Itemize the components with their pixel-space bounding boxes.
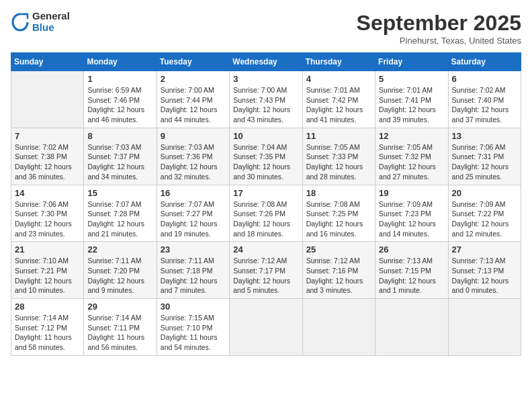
calendar-week-5: 28Sunrise: 7:14 AM Sunset: 7:12 PM Dayli… <box>11 299 521 356</box>
calendar-cell <box>230 299 302 356</box>
day-info: Sunrise: 7:14 AM Sunset: 7:11 PM Dayligh… <box>87 313 152 353</box>
calendar-cell: 7Sunrise: 7:02 AM Sunset: 7:38 PM Daylig… <box>11 128 84 185</box>
calendar-week-4: 21Sunrise: 7:10 AM Sunset: 7:21 PM Dayli… <box>11 242 521 299</box>
logo-icon <box>11 13 30 32</box>
day-info: Sunrise: 7:08 AM Sunset: 7:25 PM Dayligh… <box>306 199 371 239</box>
header-saturday: Saturday <box>448 53 521 71</box>
logo-text: General Blue <box>32 11 70 33</box>
header-monday: Monday <box>84 53 157 71</box>
day-number: 16 <box>161 188 226 198</box>
day-number: 13 <box>452 131 517 141</box>
logo-blue: Blue <box>32 22 70 34</box>
calendar-cell: 2Sunrise: 7:00 AM Sunset: 7:44 PM Daylig… <box>157 71 229 128</box>
calendar-cell: 20Sunrise: 7:09 AM Sunset: 7:22 PM Dayli… <box>448 185 521 242</box>
day-info: Sunrise: 7:02 AM Sunset: 7:40 PM Dayligh… <box>452 85 517 125</box>
header-thursday: Thursday <box>302 53 375 71</box>
calendar-cell: 25Sunrise: 7:12 AM Sunset: 7:16 PM Dayli… <box>302 242 375 299</box>
header-wednesday: Wednesday <box>230 53 302 71</box>
calendar-cell: 27Sunrise: 7:13 AM Sunset: 7:13 PM Dayli… <box>448 242 521 299</box>
day-info: Sunrise: 7:00 AM Sunset: 7:44 PM Dayligh… <box>161 85 226 125</box>
day-info: Sunrise: 7:11 AM Sunset: 7:18 PM Dayligh… <box>161 256 226 295</box>
header-sunday: Sunday <box>11 53 84 71</box>
calendar-cell: 19Sunrise: 7:09 AM Sunset: 7:23 PM Dayli… <box>375 185 448 242</box>
calendar-cell: 11Sunrise: 7:05 AM Sunset: 7:33 PM Dayli… <box>302 128 375 185</box>
day-number: 4 <box>306 74 371 84</box>
day-number: 25 <box>306 244 371 255</box>
day-number: 5 <box>379 74 444 84</box>
day-number: 12 <box>379 131 444 141</box>
calendar-cell: 6Sunrise: 7:02 AM Sunset: 7:40 PM Daylig… <box>448 71 521 128</box>
day-info: Sunrise: 7:06 AM Sunset: 7:30 PM Dayligh… <box>15 199 80 239</box>
day-info: Sunrise: 7:02 AM Sunset: 7:38 PM Dayligh… <box>15 142 80 182</box>
day-number: 9 <box>161 131 226 141</box>
day-info: Sunrise: 7:11 AM Sunset: 7:20 PM Dayligh… <box>87 256 152 295</box>
calendar-cell: 24Sunrise: 7:12 AM Sunset: 7:17 PM Dayli… <box>230 242 302 299</box>
calendar-header-row: SundayMondayTuesdayWednesdayThursdayFrid… <box>11 53 521 71</box>
calendar-cell: 23Sunrise: 7:11 AM Sunset: 7:18 PM Dayli… <box>157 242 229 299</box>
day-info: Sunrise: 7:00 AM Sunset: 7:43 PM Dayligh… <box>233 85 298 125</box>
calendar-cell: 17Sunrise: 7:08 AM Sunset: 7:26 PM Dayli… <box>230 185 302 242</box>
header-tuesday: Tuesday <box>157 53 229 71</box>
calendar-table: SundayMondayTuesdayWednesdayThursdayFrid… <box>11 52 521 356</box>
day-number: 10 <box>233 131 298 141</box>
day-info: Sunrise: 7:12 AM Sunset: 7:16 PM Dayligh… <box>306 256 371 295</box>
day-info: Sunrise: 7:15 AM Sunset: 7:10 PM Dayligh… <box>161 313 226 353</box>
calendar-cell: 29Sunrise: 7:14 AM Sunset: 7:11 PM Dayli… <box>84 299 157 356</box>
calendar-cell: 15Sunrise: 7:07 AM Sunset: 7:28 PM Dayli… <box>84 185 157 242</box>
calendar-cell: 16Sunrise: 7:07 AM Sunset: 7:27 PM Dayli… <box>157 185 229 242</box>
day-number: 17 <box>233 188 298 198</box>
calendar-cell: 14Sunrise: 7:06 AM Sunset: 7:30 PM Dayli… <box>11 185 84 242</box>
day-number: 2 <box>161 74 226 84</box>
day-info: Sunrise: 7:09 AM Sunset: 7:22 PM Dayligh… <box>452 199 517 239</box>
day-number: 3 <box>233 74 298 84</box>
day-number: 15 <box>87 188 152 198</box>
day-info: Sunrise: 7:12 AM Sunset: 7:17 PM Dayligh… <box>233 256 298 295</box>
day-number: 20 <box>452 188 517 198</box>
day-number: 26 <box>379 244 444 255</box>
calendar-cell: 21Sunrise: 7:10 AM Sunset: 7:21 PM Dayli… <box>11 242 84 299</box>
day-number: 7 <box>15 131 80 141</box>
calendar-cell: 12Sunrise: 7:05 AM Sunset: 7:32 PM Dayli… <box>375 128 448 185</box>
day-info: Sunrise: 7:03 AM Sunset: 7:37 PM Dayligh… <box>87 142 152 182</box>
day-info: Sunrise: 7:05 AM Sunset: 7:33 PM Dayligh… <box>306 142 371 182</box>
day-info: Sunrise: 7:13 AM Sunset: 7:13 PM Dayligh… <box>452 256 517 295</box>
day-number: 8 <box>87 131 152 141</box>
logo: General Blue <box>11 11 70 33</box>
day-number: 27 <box>452 244 517 255</box>
day-info: Sunrise: 7:04 AM Sunset: 7:35 PM Dayligh… <box>233 142 298 182</box>
day-info: Sunrise: 6:59 AM Sunset: 7:46 PM Dayligh… <box>87 85 152 125</box>
day-info: Sunrise: 7:13 AM Sunset: 7:15 PM Dayligh… <box>379 256 444 295</box>
day-number: 18 <box>306 188 371 198</box>
day-info: Sunrise: 7:10 AM Sunset: 7:21 PM Dayligh… <box>15 256 80 295</box>
day-number: 24 <box>233 244 298 255</box>
day-info: Sunrise: 7:07 AM Sunset: 7:28 PM Dayligh… <box>87 199 152 239</box>
day-number: 30 <box>161 302 226 312</box>
calendar-cell: 13Sunrise: 7:06 AM Sunset: 7:31 PM Dayli… <box>448 128 521 185</box>
calendar-cell <box>302 299 375 356</box>
calendar-cell: 26Sunrise: 7:13 AM Sunset: 7:15 PM Dayli… <box>375 242 448 299</box>
calendar-cell: 5Sunrise: 7:01 AM Sunset: 7:41 PM Daylig… <box>375 71 448 128</box>
calendar-cell <box>375 299 448 356</box>
title-block: September 2025 Pinehurst, Texas, United … <box>357 11 521 46</box>
day-info: Sunrise: 7:01 AM Sunset: 7:41 PM Dayligh… <box>379 85 444 125</box>
calendar-cell: 9Sunrise: 7:03 AM Sunset: 7:36 PM Daylig… <box>157 128 229 185</box>
location: Pinehurst, Texas, United States <box>357 36 521 46</box>
calendar-week-3: 14Sunrise: 7:06 AM Sunset: 7:30 PM Dayli… <box>11 185 521 242</box>
day-number: 14 <box>15 188 80 198</box>
day-info: Sunrise: 7:05 AM Sunset: 7:32 PM Dayligh… <box>379 142 444 182</box>
day-number: 11 <box>306 131 371 141</box>
day-info: Sunrise: 7:14 AM Sunset: 7:12 PM Dayligh… <box>15 313 80 353</box>
calendar-cell: 3Sunrise: 7:00 AM Sunset: 7:43 PM Daylig… <box>230 71 302 128</box>
day-info: Sunrise: 7:08 AM Sunset: 7:26 PM Dayligh… <box>233 199 298 239</box>
day-number: 29 <box>87 302 152 312</box>
day-info: Sunrise: 7:07 AM Sunset: 7:27 PM Dayligh… <box>161 199 226 239</box>
calendar-cell: 18Sunrise: 7:08 AM Sunset: 7:25 PM Dayli… <box>302 185 375 242</box>
logo-general: General <box>32 11 70 22</box>
day-info: Sunrise: 7:01 AM Sunset: 7:42 PM Dayligh… <box>306 85 371 125</box>
day-info: Sunrise: 7:03 AM Sunset: 7:36 PM Dayligh… <box>161 142 226 182</box>
day-number: 21 <box>15 244 80 255</box>
day-info: Sunrise: 7:09 AM Sunset: 7:23 PM Dayligh… <box>379 199 444 239</box>
calendar-cell: 28Sunrise: 7:14 AM Sunset: 7:12 PM Dayli… <box>11 299 84 356</box>
calendar-cell: 1Sunrise: 6:59 AM Sunset: 7:46 PM Daylig… <box>84 71 157 128</box>
calendar-cell: 30Sunrise: 7:15 AM Sunset: 7:10 PM Dayli… <box>157 299 229 356</box>
